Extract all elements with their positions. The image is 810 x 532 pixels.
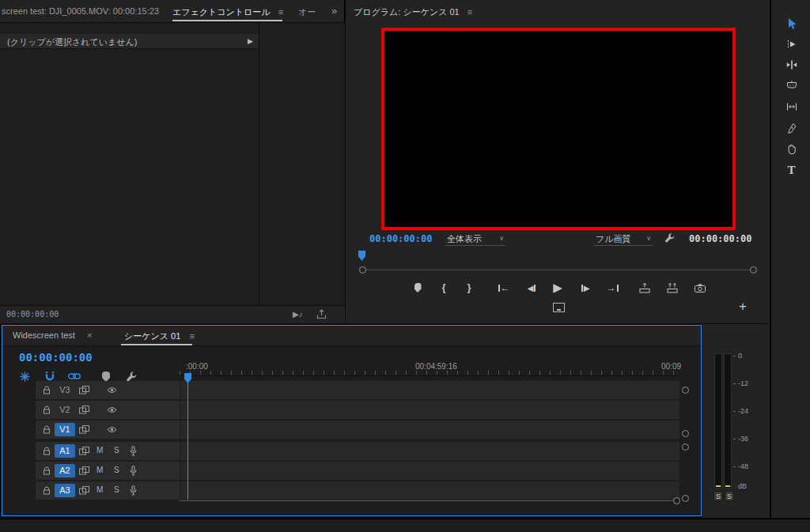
play-audio-icon[interactable]: ▶♪ xyxy=(293,310,303,319)
expand-arrow-icon[interactable]: ▶ xyxy=(248,37,253,45)
step-back-button[interactable]: ◀ xyxy=(524,278,539,297)
program-out-timecode: 00:00:00:00 xyxy=(689,233,751,244)
tab-effect-controls[interactable]: エフェクトコントロール ≡ xyxy=(172,6,283,18)
track-label[interactable]: V3 xyxy=(55,385,75,394)
audio-scrollbar-top-handle[interactable] xyxy=(682,443,689,451)
razor-tool-button[interactable] xyxy=(781,76,802,95)
export-icon[interactable] xyxy=(316,309,327,319)
mute-button[interactable]: M xyxy=(97,446,103,455)
lock-icon[interactable] xyxy=(43,425,51,434)
mark-in-button[interactable]: { xyxy=(439,278,449,297)
sync-lock-icon[interactable] xyxy=(79,447,89,455)
step-forward-button[interactable]: ▶ xyxy=(578,278,592,297)
track-output-eye-icon[interactable] xyxy=(107,426,117,433)
timeline-playhead-line[interactable] xyxy=(187,376,188,500)
meter-solo-right-button[interactable]: S xyxy=(725,491,734,501)
effects-timeline-divider[interactable] xyxy=(259,23,259,306)
horizontal-scrollbar-track[interactable] xyxy=(180,500,676,501)
program-current-timecode[interactable]: 00:00:00:00 xyxy=(369,233,432,244)
tab-widescreen-test[interactable]: Widescreen test × xyxy=(13,330,92,340)
comparison-view-button[interactable] xyxy=(553,303,565,312)
track-select-forward-tool-button[interactable] xyxy=(781,35,802,54)
zoom-level-dropdown[interactable]: 全体表示 ∨ xyxy=(445,232,505,246)
track-output-eye-icon[interactable] xyxy=(107,387,117,394)
lift-button[interactable] xyxy=(638,278,652,297)
mute-button[interactable]: M xyxy=(97,485,103,494)
track-content[interactable] xyxy=(180,481,679,500)
mic-icon[interactable] xyxy=(130,485,137,496)
program-menu-icon[interactable]: ≡ xyxy=(467,7,472,17)
linked-selection-button[interactable] xyxy=(68,372,81,380)
track-output-eye-icon[interactable] xyxy=(107,406,117,413)
tab-overflow-chevron-icon[interactable]: » xyxy=(331,5,337,17)
timeline-timecode[interactable]: 00:00:00:00 xyxy=(19,351,93,364)
tab-audio-partial[interactable]: オー xyxy=(298,6,316,18)
tab-close-icon[interactable]: × xyxy=(87,330,92,340)
extract-button[interactable] xyxy=(665,278,679,297)
audio-scrollbar-bottom-handle[interactable] xyxy=(682,495,689,502)
track-content[interactable] xyxy=(180,421,679,439)
tab-source-monitor[interactable]: screen test: DJI_0005.MOV: 00:00:15:23 xyxy=(0,0,166,22)
tab-sequence-01[interactable]: シーケンス 01 ≡ xyxy=(124,330,195,342)
mic-icon[interactable] xyxy=(130,466,137,476)
go-to-in-button[interactable]: ← xyxy=(496,278,512,297)
sync-lock-icon[interactable] xyxy=(79,425,89,434)
track-label-selected[interactable]: A1 xyxy=(55,444,75,458)
video-scrollbar-top-handle[interactable] xyxy=(682,387,689,394)
track-label-selected[interactable]: V1 xyxy=(55,423,75,436)
meter-tick xyxy=(733,466,736,467)
scrubber-right-handle[interactable] xyxy=(750,266,757,274)
button-editor-plus-button[interactable]: + xyxy=(739,299,747,315)
meter-peak-right xyxy=(725,485,730,487)
track-label-selected[interactable]: A3 xyxy=(55,484,75,497)
track-content[interactable] xyxy=(180,442,679,460)
effect-controls-footer: 00:00:00:00 ▶♪ xyxy=(0,305,345,323)
scrubber-left-handle[interactable] xyxy=(359,266,366,274)
solo-button[interactable]: S xyxy=(114,485,119,494)
export-frame-button[interactable] xyxy=(693,278,707,297)
add-marker-button[interactable] xyxy=(412,278,423,297)
pen-tool-button[interactable] xyxy=(781,119,802,138)
type-tool-icon: T xyxy=(787,164,795,177)
mute-button[interactable]: M xyxy=(97,466,103,474)
settings-wrench-icon[interactable] xyxy=(664,232,676,243)
sync-lock-icon[interactable] xyxy=(79,386,89,394)
track-label-selected[interactable]: A2 xyxy=(55,464,75,477)
mic-icon[interactable] xyxy=(130,446,137,456)
timeline-menu-icon[interactable]: ≡ xyxy=(189,331,194,341)
lock-icon[interactable] xyxy=(43,466,51,475)
track-header: A1 M S xyxy=(36,442,180,460)
program-scrubber-track[interactable] xyxy=(366,270,751,270)
mark-out-button[interactable]: } xyxy=(464,278,474,297)
play-button[interactable]: ▶ xyxy=(550,278,566,297)
program-video-frame[interactable] xyxy=(381,28,736,230)
tab-program-monitor[interactable]: プログラム: シーケンス 01 ≡ xyxy=(354,6,472,18)
lock-icon[interactable] xyxy=(43,386,51,394)
meter-solo-left-button[interactable]: S xyxy=(713,491,723,501)
video-scrollbar-bottom-handle[interactable] xyxy=(682,430,689,437)
timeline-ruler[interactable]: :00:00 00:04:59:16 00:09 xyxy=(180,359,679,376)
selection-tool-button[interactable] xyxy=(781,14,802,33)
type-tool-button[interactable]: T xyxy=(781,160,802,179)
nest-toggle-button[interactable] xyxy=(19,371,31,383)
track-content[interactable] xyxy=(180,462,679,480)
panel-menu-icon[interactable]: ≡ xyxy=(278,7,283,17)
solo-button[interactable]: S xyxy=(114,466,119,474)
go-to-out-button[interactable]: → xyxy=(604,278,620,297)
horizontal-scrollbar-handle[interactable] xyxy=(673,497,680,504)
hand-tool-button[interactable] xyxy=(781,139,802,158)
slip-tool-button[interactable] xyxy=(781,97,802,116)
lock-icon[interactable] xyxy=(43,486,51,495)
ripple-edit-tool-button[interactable] xyxy=(781,55,802,74)
lock-icon[interactable] xyxy=(43,447,51,455)
sync-lock-icon[interactable] xyxy=(79,486,89,495)
sync-lock-icon[interactable] xyxy=(79,466,89,475)
lock-icon[interactable] xyxy=(43,406,51,414)
sync-lock-icon[interactable] xyxy=(79,406,89,414)
track-label[interactable]: V2 xyxy=(55,405,75,414)
track-content[interactable] xyxy=(180,381,679,399)
track-content[interactable] xyxy=(180,401,679,419)
solo-button[interactable]: S xyxy=(114,446,119,455)
playback-quality-dropdown[interactable]: フル画質 ∨ xyxy=(594,232,653,246)
program-playhead-marker[interactable] xyxy=(358,251,365,261)
